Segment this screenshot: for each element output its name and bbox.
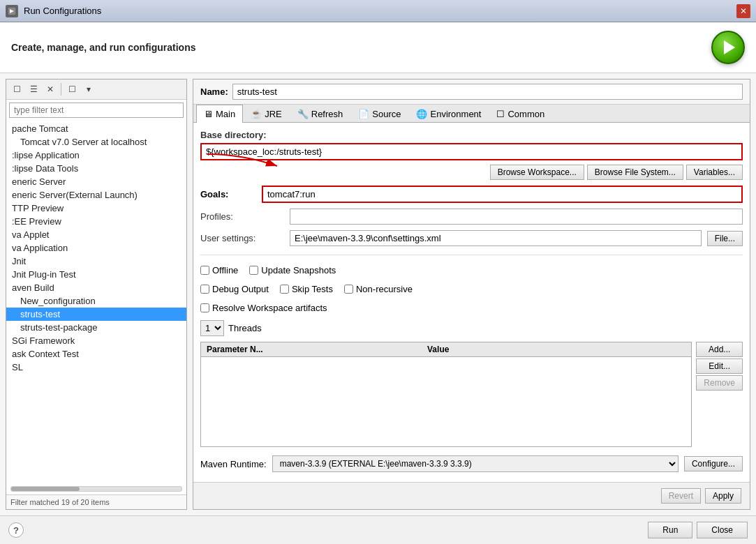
threads-label: Threads (228, 323, 262, 333)
list-item[interactable]: va Applet (6, 228, 186, 241)
params-buttons: Add... Edit... Remove (696, 342, 743, 447)
revert-button[interactable]: Revert (661, 488, 701, 504)
help-button[interactable]: ? (8, 522, 24, 538)
add-param-button[interactable]: Add... (696, 342, 743, 357)
collapse-button[interactable]: ▾ (81, 82, 96, 97)
resolve-workspace-checkbox[interactable]: Resolve Workspace artifacts (200, 303, 327, 313)
tab-source[interactable]: 📄 Source (350, 105, 408, 123)
tab-refresh[interactable]: 🔧 Refresh (290, 105, 351, 123)
checkboxes-row1: Offline Update Snapshots (200, 264, 743, 277)
red-arrow-icon (200, 151, 284, 172)
params-section: Parameter N... Value Add... Edit... Remo… (200, 342, 743, 447)
refresh-tab-icon: 🔧 (297, 109, 309, 119)
name-input[interactable] (232, 84, 743, 100)
source-tab-icon: 📄 (358, 109, 369, 119)
new-config-button[interactable]: ☐ (9, 82, 24, 97)
close-dialog-button[interactable]: Close (697, 522, 748, 538)
tab-content-main: Base directory: (193, 123, 750, 482)
left-toolbar: ☐ ☰ ✕ ☐ ▾ (6, 80, 186, 100)
env-tab-label: Environment (430, 109, 481, 119)
configure-maven-button[interactable]: Configure... (684, 456, 743, 471)
basedir-section: Base directory: (200, 130, 743, 180)
window-icon (6, 5, 18, 17)
header-area: Create, manage, and run configurations (0, 22, 756, 73)
run-triangle-icon (724, 40, 735, 54)
profiles-label: Profiles: (200, 211, 284, 222)
close-window-button[interactable]: ✕ (736, 4, 750, 18)
maven-runtime-select[interactable]: maven-3.3.9 (EXTERNAL E:\jee\maven-3.3.9… (272, 455, 679, 472)
list-item[interactable]: Jnit (6, 255, 186, 268)
list-item[interactable]: Tomcat v7.0 Server at localhost (6, 135, 186, 149)
env-tab-icon: 🌐 (416, 109, 427, 119)
list-item[interactable]: pache Tomcat (6, 122, 186, 135)
tabs-row: 🖥 Main ☕ JRE 🔧 Refresh 📄 Source 🌐 (193, 105, 750, 123)
toolbar-separator (61, 83, 61, 96)
dialog-footer: ? Run Close (0, 515, 756, 544)
source-tab-label: Source (372, 109, 401, 119)
right-panel: Name: 🖥 Main ☕ JRE 🔧 Refresh 📄 (193, 79, 750, 510)
goals-input[interactable] (262, 186, 743, 203)
tab-common[interactable]: ☐ Common (489, 105, 552, 123)
list-item[interactable]: eneric Server (6, 175, 186, 188)
user-settings-input[interactable] (290, 230, 702, 246)
list-item-selected[interactable]: struts-test (6, 308, 186, 321)
browse-filesystem-button[interactable]: Browse File System... (587, 165, 683, 180)
profiles-input[interactable] (290, 209, 743, 225)
list-item[interactable]: ask Context Test (6, 347, 186, 361)
jre-tab-icon: ☕ (251, 109, 262, 119)
list-item[interactable]: SL (6, 361, 186, 374)
remove-param-button[interactable]: Remove (696, 375, 743, 391)
list-item[interactable]: TTP Preview (6, 202, 186, 215)
threads-row: 1248 Threads (200, 320, 743, 336)
tab-jre[interactable]: ☕ JRE (243, 105, 290, 123)
list-item[interactable]: New_configuration (6, 294, 186, 308)
maven-runtime-label: Maven Runtime: (200, 459, 267, 469)
run-button[interactable] (711, 31, 745, 64)
checkboxes-row2: Debug Output Skip Tests Non-recursive (200, 282, 743, 296)
duplicate-button[interactable]: ☰ (26, 82, 41, 97)
list-item[interactable]: :EE Preview (6, 215, 186, 228)
refresh-tab-label: Refresh (311, 109, 343, 119)
non-recursive-checkbox[interactable]: Non-recursive (344, 284, 413, 294)
separator (200, 255, 743, 255)
list-item[interactable]: aven Build (6, 281, 186, 294)
title-bar: Run Configurations ✕ (0, 0, 756, 22)
params-col-value: Value (422, 342, 691, 357)
left-panel: ☐ ☰ ✕ ☐ ▾ pache Tomcat Tomcat v7.0 Serve… (6, 79, 187, 510)
bottom-buttons-bar: Revert Apply (193, 482, 750, 509)
main-tab-icon: 🖥 (204, 109, 213, 119)
params-table-wrapper: Parameter N... Value (200, 342, 692, 447)
list-item[interactable]: va Application (6, 241, 186, 255)
goals-label: Goals: (200, 189, 256, 199)
edit-param-button[interactable]: Edit... (696, 358, 743, 374)
skip-tests-checkbox[interactable]: Skip Tests (280, 284, 333, 294)
jre-tab-label: JRE (265, 109, 282, 119)
file-button[interactable]: File... (707, 231, 743, 246)
tree-area: pache Tomcat Tomcat v7.0 Server at local… (6, 121, 186, 483)
tab-environment[interactable]: 🌐 Environment (408, 105, 489, 123)
variables-button[interactable]: Variables... (686, 165, 743, 180)
offline-checkbox[interactable]: Offline (200, 265, 238, 275)
filter-button[interactable]: ☐ (64, 82, 80, 97)
common-tab-icon: ☐ (496, 109, 505, 119)
params-col-name: Parameter N... (201, 342, 422, 357)
tab-main[interactable]: 🖥 Main (196, 105, 243, 123)
filter-status: Filter matched 19 of 20 items (6, 494, 186, 509)
list-item[interactable]: eneric Server(External Launch) (6, 188, 186, 202)
browse-workspace-button[interactable]: Browse Workspace... (490, 165, 584, 180)
apply-button[interactable]: Apply (705, 488, 741, 504)
filter-input[interactable] (9, 103, 184, 118)
threads-select[interactable]: 1248 (200, 320, 224, 336)
run-dialog-button[interactable]: Run (648, 522, 692, 538)
footer-buttons: Run Close (648, 522, 748, 538)
list-item[interactable]: :lipse Application (6, 149, 186, 162)
delete-button[interactable]: ✕ (43, 82, 58, 97)
list-item[interactable]: SGi Framework (6, 334, 186, 347)
list-item[interactable]: struts-test-package (6, 321, 186, 334)
update-snapshots-checkbox[interactable]: Update Snapshots (249, 265, 336, 275)
goals-row: Goals: (200, 186, 743, 203)
list-item[interactable]: Jnit Plug-in Test (6, 268, 186, 281)
list-item[interactable]: :lipse Data Tools (6, 162, 186, 175)
debug-output-checkbox[interactable]: Debug Output (200, 284, 269, 294)
basedir-label: Base directory: (200, 130, 743, 140)
